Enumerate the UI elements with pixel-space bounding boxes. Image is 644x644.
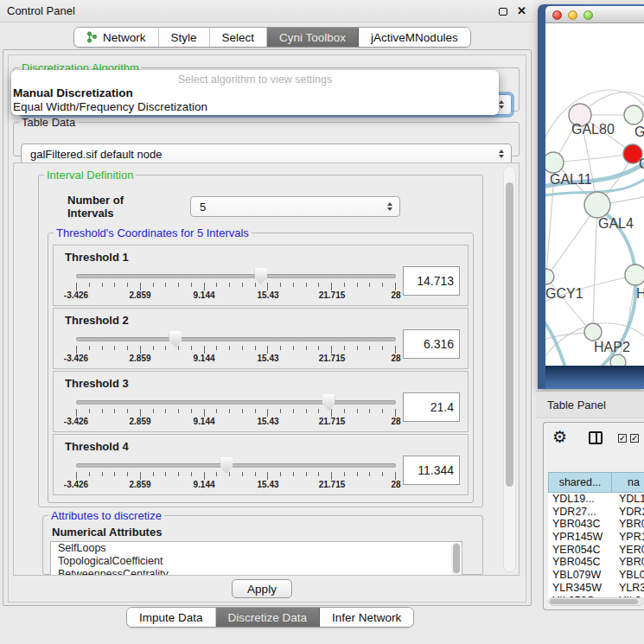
group-title: Threshold's Coordinates for 5 Intervals bbox=[54, 226, 252, 239]
algorithm-option[interactable]: Equal Width/Frequency Discretization bbox=[11, 100, 499, 114]
network-node-hap2[interactable] bbox=[584, 323, 602, 341]
number-of-intervals-label: Number of Intervals bbox=[67, 194, 173, 220]
threshold-slider[interactable]: -3.4262.8599.14415.4321.71528 bbox=[73, 264, 403, 302]
network-node-gal11[interactable] bbox=[545, 152, 564, 173]
close-icon[interactable]: ✕ bbox=[517, 4, 526, 17]
cell-name: YBL0 bbox=[612, 569, 644, 582]
node-label: GAL4 bbox=[598, 216, 634, 231]
zoom-traffic-light-icon[interactable] bbox=[583, 10, 593, 20]
table-row[interactable]: YPR145WYPR1 bbox=[548, 531, 644, 544]
cell-name: YDR2 bbox=[612, 506, 644, 519]
network-node-gal4[interactable] bbox=[584, 192, 610, 218]
group-title: Table Data bbox=[19, 116, 78, 129]
attribute-item[interactable]: BetweennessCentrality bbox=[51, 568, 462, 576]
threshold-row: -3.4262.8599.14415.4321.7152811.344 bbox=[54, 453, 468, 491]
scrollbar-thumb[interactable] bbox=[506, 182, 513, 487]
threshold-value-field[interactable]: 6.316 bbox=[403, 329, 460, 359]
settings-scroll-pane: Interval Definition Number of Intervals … bbox=[13, 163, 520, 576]
checkbox-icon[interactable]: ✓ bbox=[618, 434, 627, 443]
list-scrollbar[interactable] bbox=[451, 543, 461, 576]
threshold-slider[interactable]: -3.4262.8599.14415.4321.71528 bbox=[73, 453, 403, 491]
table-row[interactable]: YDL19...YDL1 bbox=[548, 493, 644, 506]
threshold-label: Threshold 2 bbox=[54, 309, 468, 327]
attribute-item[interactable]: SelfLoops bbox=[51, 542, 462, 555]
network-node-gcy1[interactable] bbox=[545, 269, 554, 284]
threshold-value-field[interactable]: 21.4 bbox=[403, 392, 460, 422]
threshold-value-field[interactable]: 14.713 bbox=[403, 266, 460, 296]
network-node[interactable] bbox=[610, 354, 626, 366]
node-label: GA bbox=[634, 124, 644, 139]
column-header-name[interactable]: na bbox=[612, 472, 644, 493]
attribute-item[interactable]: TopologicalCoefficient bbox=[51, 555, 462, 568]
checkbox-icon[interactable]: ✓ bbox=[630, 434, 639, 443]
tab-label: Impute Data bbox=[139, 611, 203, 624]
slider-track bbox=[76, 463, 396, 468]
horizontal-scrollbar[interactable] bbox=[548, 597, 644, 606]
tab-infer-network[interactable]: Infer Network bbox=[320, 608, 413, 627]
tab-label: jActiveMNodules bbox=[371, 31, 458, 44]
apply-button[interactable]: Apply bbox=[232, 579, 292, 598]
node-label: GCY1 bbox=[545, 286, 583, 301]
tab-select[interactable]: Select bbox=[210, 28, 268, 47]
column-header-shared-name[interactable]: shared... bbox=[548, 472, 612, 493]
network-view-window: GAL80GACGAL11GAL4GCY1HHAP2 bbox=[538, 4, 644, 389]
node-label: GAL11 bbox=[550, 172, 592, 187]
split-columns-icon[interactable] bbox=[589, 431, 603, 444]
node-label: GAL80 bbox=[571, 122, 615, 137]
discretize-panel: Discretization Algorithm Table Data galF… bbox=[8, 54, 526, 603]
table-row[interactable]: YBL079WYBL0 bbox=[548, 569, 644, 582]
slider-tick-labels: -3.4262.8599.14415.4321.71528 bbox=[76, 354, 396, 364]
table-row[interactable]: YBR043CYBR0 bbox=[548, 518, 644, 531]
scrollbar-thumb[interactable] bbox=[550, 599, 638, 604]
threshold-label: Threshold 1 bbox=[54, 245, 468, 264]
float-window-icon[interactable] bbox=[499, 8, 507, 16]
tab-network[interactable]: Network bbox=[74, 28, 159, 47]
cell-shared-name: YPR145W bbox=[548, 531, 612, 544]
algorithm-option[interactable]: Manual Discretization bbox=[11, 86, 499, 100]
numerical-attributes-list[interactable]: SelfLoopsTopologicalCoefficientBetweenne… bbox=[50, 541, 462, 576]
threshold-value-field[interactable]: 11.344 bbox=[403, 456, 460, 485]
cell-name: YBR0 bbox=[612, 518, 644, 531]
slider-range: -3.4262.8599.14415.4321.71528 bbox=[76, 327, 396, 365]
network-node-h[interactable] bbox=[625, 265, 644, 285]
table-data-combobox[interactable]: galFiltered.sif default node bbox=[21, 143, 512, 164]
table-row[interactable]: YBR045CYBR0 bbox=[548, 556, 644, 569]
tab-label: Style bbox=[171, 31, 197, 44]
tab-style[interactable]: Style bbox=[159, 28, 210, 47]
tab-cyni-toolbox[interactable]: Cyni Toolbox bbox=[267, 28, 359, 47]
network-node-ga[interactable] bbox=[624, 105, 643, 124]
table-panel: ⚙ ✓ ✓ shared... na YDL19...YDL1YDR27...Y… bbox=[543, 422, 644, 610]
table-header: shared... na bbox=[548, 472, 644, 493]
network-window-titlebar bbox=[545, 6, 644, 23]
threshold-row: -3.4262.8599.14415.4321.715286.316 bbox=[54, 327, 468, 365]
cell-name: YPR1 bbox=[612, 531, 644, 544]
network-icon bbox=[86, 31, 98, 43]
attributes-group: Attributes to discretize Numerical Attri… bbox=[42, 509, 483, 575]
algorithm-dropdown-popup: Select algorithm to view settingsManual … bbox=[11, 70, 499, 115]
vertical-scrollbar[interactable] bbox=[503, 166, 516, 572]
threshold-row: -3.4262.8599.14415.4321.7152821.4 bbox=[54, 390, 468, 428]
gear-icon[interactable]: ⚙ bbox=[552, 427, 567, 447]
control-panel-titlebar: Control Panel ✕ bbox=[0, 0, 534, 22]
minimize-traffic-light-icon[interactable] bbox=[568, 10, 577, 20]
network-window-bottom-frame bbox=[545, 366, 644, 389]
table-row[interactable]: YER054CYER0 bbox=[548, 544, 644, 557]
table-row[interactable]: YDR27...YDR2 bbox=[548, 506, 644, 519]
slider-range: -3.4262.8599.14415.4321.71528 bbox=[76, 453, 396, 491]
threshold-slider[interactable]: -3.4262.8599.14415.4321.71528 bbox=[73, 390, 403, 428]
cell-shared-name: YLR345W bbox=[548, 582, 612, 595]
tab-label: Select bbox=[222, 31, 255, 44]
threshold-slider[interactable]: -3.4262.8599.14415.4321.71528 bbox=[73, 327, 403, 365]
numerical-attributes-heading: Numerical Attributes bbox=[52, 526, 482, 539]
tab-impute-data[interactable]: Impute Data bbox=[127, 608, 216, 627]
network-canvas[interactable]: GAL80GACGAL11GAL4GCY1HHAP2 bbox=[545, 23, 644, 366]
combo-arrows-icon bbox=[499, 150, 504, 158]
number-of-intervals-combobox[interactable]: 5 bbox=[190, 196, 400, 217]
table-row[interactable]: YLR345WYLR3 bbox=[548, 582, 644, 595]
tab-label: Cyni Toolbox bbox=[279, 31, 346, 44]
combo-value: 5 bbox=[200, 201, 206, 214]
tab-jactivemnodules[interactable]: jActiveMNodules bbox=[359, 28, 470, 47]
slider-tick-labels: -3.4262.8599.14415.4321.71528 bbox=[76, 417, 396, 427]
close-traffic-light-icon[interactable] bbox=[552, 10, 562, 20]
tab-discretize-data[interactable]: Discretize Data bbox=[216, 608, 321, 627]
